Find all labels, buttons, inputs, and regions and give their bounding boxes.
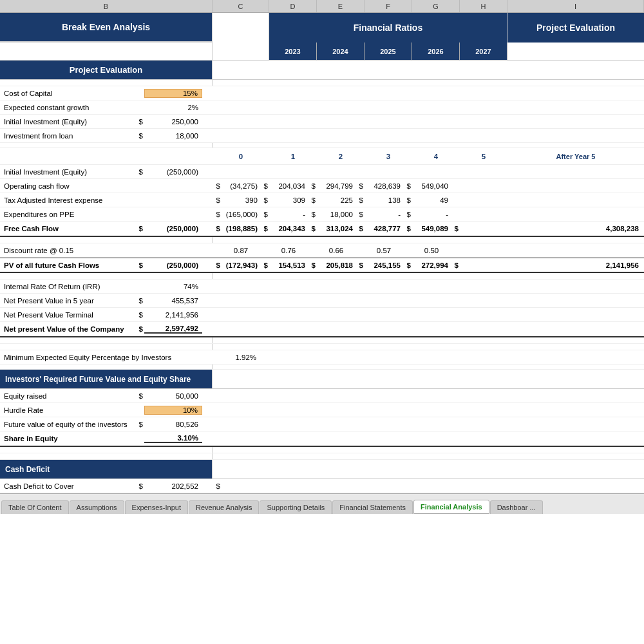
op-cashflow-1: (34,275) xyxy=(222,182,260,190)
tax-interest-1: 390 xyxy=(222,196,260,204)
npv-company-label: Net present Value of the Company xyxy=(0,325,135,333)
fcf-value0: (250,000) xyxy=(144,225,202,232)
fcf-2: 204,343 xyxy=(269,225,308,232)
fcf-label: Free Cash Flow xyxy=(0,225,135,232)
init-invest-equity-value: 250,000 xyxy=(144,118,202,126)
expenditure-ppe-label: Expenditures on PPE xyxy=(0,211,135,218)
cash-deficit-label: Cash Deficit to Cover xyxy=(0,482,135,490)
share-equity-value: 3.10% xyxy=(144,434,202,443)
tab-financial-analysis[interactable]: Financial Analysis xyxy=(413,500,489,514)
cash-deficit-header: Cash Deficit xyxy=(0,460,213,478)
tax-interest-4: 138 xyxy=(365,196,403,204)
disc-3: 0.66 xyxy=(317,247,355,254)
column-headers: B C D E F G H I xyxy=(0,0,644,13)
irr-value: 74% xyxy=(144,283,202,290)
col-e: E xyxy=(317,0,365,12)
hurdle-rate-value: 10% xyxy=(144,406,202,415)
npv-terminal-value: 2,141,956 xyxy=(144,311,202,319)
period-5: 5 xyxy=(460,153,507,160)
pv-1: (172,943) xyxy=(222,261,260,269)
tax-interest-5: 49 xyxy=(412,196,451,204)
hurdle-rate-label: Hurdle Rate xyxy=(0,406,135,414)
break-even-header: Break Even Analysis xyxy=(0,13,213,43)
period-2: 2 xyxy=(317,153,365,160)
tax-interest-3: 225 xyxy=(317,196,355,204)
fcf-init-invest-label: Initial Investment (Equity) xyxy=(0,168,135,176)
ppe-1: (165,000) xyxy=(222,211,260,218)
col-h: H xyxy=(460,0,507,12)
npv-company-value: 2,597,492 xyxy=(144,325,202,334)
period-after-yr5: After Year 5 xyxy=(507,153,644,160)
cost-of-capital-label: Cost of Capital xyxy=(0,90,135,97)
col-g: G xyxy=(412,0,460,12)
tab-table-of-content[interactable]: Table Of Content xyxy=(1,500,69,514)
pv-4: 245,155 xyxy=(365,261,403,269)
fcf-after5: 4,308,238 xyxy=(460,225,644,232)
col-c: C xyxy=(213,0,269,12)
col-f: F xyxy=(365,0,412,12)
tax-interest-label: Tax Adjusted Interest expense xyxy=(0,196,135,204)
year-2023: 2023 xyxy=(269,43,317,60)
disc-5: 0.50 xyxy=(412,247,451,254)
future-equity-value: 80,526 xyxy=(144,421,202,428)
equity-raised-label: Equity raised xyxy=(0,392,135,400)
ppe-4: - xyxy=(365,211,403,218)
min-equity-label: Minimum Expected Equity Percentage by In… xyxy=(0,354,193,361)
irr-label: Internal Rate Of Return (IRR) xyxy=(0,283,135,290)
pv-5: 272,994 xyxy=(412,261,451,269)
investors-header: Investors' Required Future Value and Equ… xyxy=(0,370,213,388)
disc-2: 0.76 xyxy=(269,247,308,254)
tab-supporting-details[interactable]: Supporting Details xyxy=(260,500,332,514)
npv5-label: Net Present Value in 5 year xyxy=(0,297,135,305)
tab-expenses-input[interactable]: Expenses-Input xyxy=(125,500,188,514)
discount-rate-label: Discount rate @ 0.15 xyxy=(0,247,135,254)
fcf-1: (198,885) xyxy=(222,225,260,232)
init-invest-equity-dollar: $ xyxy=(135,118,144,126)
fcf-5: 549,089 xyxy=(412,225,451,232)
col-i: I xyxy=(507,0,644,12)
pv-label: PV of all future Cash Flows xyxy=(0,261,135,269)
year-2027: 2027 xyxy=(460,43,507,60)
disc-4: 0.57 xyxy=(365,247,403,254)
year-2025: 2025 xyxy=(365,43,412,60)
project-eval-right-header: Project Evaluation xyxy=(507,13,644,43)
pv-3: 205,818 xyxy=(317,261,355,269)
financial-ratios-header: Financial Ratios xyxy=(269,13,507,43)
invest-loan-value: 18,000 xyxy=(144,132,202,140)
ppe-2: - xyxy=(269,211,308,218)
expected-growth-value: 2% xyxy=(144,104,202,111)
col-d: D xyxy=(269,0,317,12)
future-equity-label: Future value of equity of the investors xyxy=(0,421,135,428)
disc-1: 0.87 xyxy=(222,247,260,254)
fcf-dollar0: $ xyxy=(135,225,144,232)
npv5-value: 455,537 xyxy=(144,297,202,305)
fcf-init-invest-col0: (250,000) xyxy=(144,168,202,176)
tab-financial-statements[interactable]: Financial Statements xyxy=(332,500,413,514)
period-3: 3 xyxy=(365,153,412,160)
tab-dashboard[interactable]: Dashboar ... xyxy=(490,500,543,514)
equity-raised-value: 50,000 xyxy=(144,392,202,400)
year-2026: 2026 xyxy=(412,43,460,60)
tab-assumptions[interactable]: Assumptions xyxy=(70,500,124,514)
cash-deficit-value: 202,552 xyxy=(144,482,202,490)
op-cashflow-label: Operating cash flow xyxy=(0,182,135,190)
invest-loan-dollar: $ xyxy=(135,132,144,140)
npv-terminal-label: Net Present Value Terminal xyxy=(0,311,135,319)
project-eval-left-header: Project Evaluation xyxy=(0,61,213,79)
op-cashflow-2: 204,034 xyxy=(269,182,308,190)
expected-growth-label: Expected constant growth xyxy=(0,104,135,111)
tab-revenue-analysis[interactable]: Revenue Analysis xyxy=(189,500,259,514)
invest-loan-label: Investment from loan xyxy=(0,132,135,140)
fcf-3: 313,024 xyxy=(317,225,355,232)
pv-after5: 2,141,956 xyxy=(460,261,644,269)
cost-of-capital-value: 15% xyxy=(144,89,202,98)
pv-2: 154,513 xyxy=(269,261,308,269)
op-cashflow-4: 428,639 xyxy=(365,182,403,190)
share-equity-label: Share in Equity xyxy=(0,435,135,442)
spreadsheet: B C D E F G H I Break Even Analysis Fina… xyxy=(0,0,644,644)
op-cashflow-3: 294,799 xyxy=(317,182,355,190)
op-cashflow-5: 549,040 xyxy=(412,182,451,190)
period-0: 0 xyxy=(213,153,269,160)
col-b: B xyxy=(0,0,213,12)
ppe-3: 18,000 xyxy=(317,211,355,218)
